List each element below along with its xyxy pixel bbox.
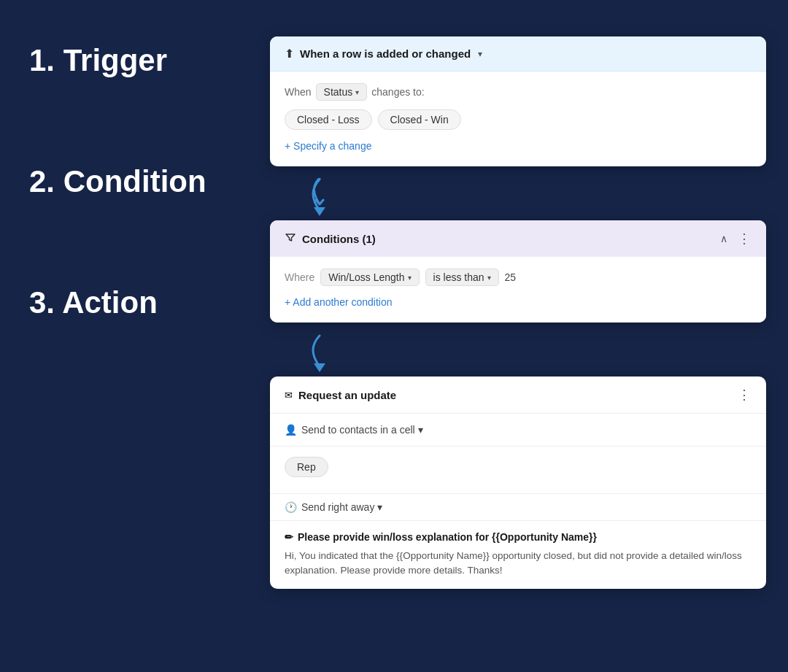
upload-icon: ⬆ [285,47,294,61]
condition-header: Conditions (1) ∧ ⋮ [270,220,766,257]
clock-icon: 🕐 [285,501,297,513]
status-dropdown-icon: ▾ [355,88,359,96]
message-body: Hi, You indicated that the {{Opportunity… [285,549,752,579]
specify-change-link[interactable]: + Specify a change [285,140,752,152]
svg-marker-1 [314,363,325,372]
action-header-left: ✉ Request an update [285,389,396,401]
message-row: ✏ Please provide win/loss explanation fo… [270,521,766,589]
condition-body: Where Win/Loss Length ▾ is less than ▾ 2… [270,257,766,323]
rep-tag: Rep [285,457,328,477]
action-header-text: Request an update [298,389,396,401]
trigger-header: ⬆ When a row is added or changed ▾ [270,36,766,72]
step-2-label: 2. Condition [29,165,233,198]
action-menu-icon[interactable]: ⋮ [738,387,752,403]
action-card: ✉ Request an update ⋮ 👤 Send to contacts… [270,376,766,589]
trigger-dropdown-icon[interactable]: ▾ [478,49,482,59]
message-title: ✏ Please provide win/loss explanation fo… [285,531,752,543]
trigger-card: ⬆ When a row is added or changed ▾ When … [270,36,766,166]
filter-icon [285,232,296,246]
win-loss-length-pill[interactable]: Win/Loss Length ▾ [320,269,419,286]
pencil-icon: ✏ [285,531,293,543]
rep-tag-row: Rep [270,447,766,494]
action-header: ✉ Request an update ⋮ [270,376,766,414]
step-1-label: 1. Trigger [29,44,233,77]
closed-win-tag: Closed - Win [378,109,461,130]
condition-value: 25 [505,271,517,283]
trigger-body: When Status ▾ changes to: Closed - Loss … [270,72,766,166]
condition-where-row: Where Win/Loss Length ▾ is less than ▾ 2… [285,269,752,286]
right-panel: ⬆ When a row is added or changed ▾ When … [263,0,788,619]
condition-header-text: Conditions (1) [302,233,376,245]
trigger-when-row: When Status ▾ changes to: [285,83,752,101]
condition-card: Conditions (1) ∧ ⋮ Where Win/Loss Length… [270,220,766,323]
send-to-dropdown[interactable]: Send to contacts in a cell ▾ [301,424,423,436]
condition-menu-icon[interactable]: ⋮ [738,231,752,247]
condition-header-right: ∧ ⋮ [720,231,752,247]
field-dropdown-icon: ▾ [408,274,412,282]
arrow-1 [270,178,766,217]
send-timing-dropdown[interactable]: Send right away ▾ [301,501,382,513]
step-3-label: 3. Action [29,286,233,320]
trigger-header-text: When a row is added or changed [300,47,471,60]
changes-to-label: changes to: [371,86,424,98]
tag-row: Closed - Loss Closed - Win [285,109,752,130]
operator-dropdown-icon: ▾ [487,274,491,282]
send-timing-dropdown-icon: ▾ [377,501,382,513]
left-panel: 1. Trigger 2. Condition 3. Action [0,0,263,364]
send-to-dropdown-icon: ▾ [418,424,423,436]
arrow-2 [270,334,766,374]
send-to-row: 👤 Send to contacts in a cell ▾ [270,414,766,447]
closed-loss-tag: Closed - Loss [285,109,372,130]
email-icon: ✉ [285,390,293,401]
svg-marker-0 [314,207,325,216]
person-icon: 👤 [285,424,297,436]
action-body: 👤 Send to contacts in a cell ▾ Rep 🕐 Sen… [270,414,766,589]
send-timing-row: 🕐 Send right away ▾ [270,494,766,521]
condition-header-left: Conditions (1) [285,232,376,246]
where-label: Where [285,271,314,283]
add-condition-link[interactable]: + Add another condition [285,296,752,308]
operator-pill[interactable]: is less than ▾ [425,269,499,286]
when-label: When [285,86,312,98]
status-field-pill[interactable]: Status ▾ [316,83,368,101]
collapse-icon[interactable]: ∧ [720,233,727,244]
